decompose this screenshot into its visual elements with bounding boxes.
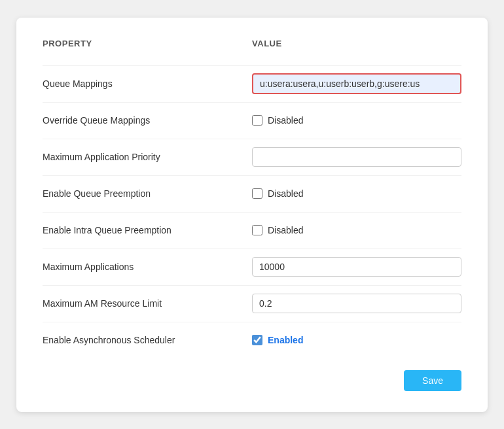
checkbox-text-override-queue-mappings: Disabled bbox=[268, 115, 303, 126]
checkbox-enable-intra-queue-preemption[interactable] bbox=[252, 225, 262, 235]
row-enable-asynchronous-scheduler: Enable Asynchronous SchedulerEnabled bbox=[43, 322, 461, 358]
value-cell-enable-queue-preemption: Disabled bbox=[252, 188, 461, 199]
save-button[interactable]: Save bbox=[404, 370, 461, 391]
row-queue-mappings: Queue Mappings bbox=[43, 65, 461, 102]
save-row: Save bbox=[43, 370, 461, 391]
value-cell-enable-asynchronous-scheduler: Enabled bbox=[252, 335, 461, 345]
row-maximum-applications: Maximum Applications bbox=[43, 249, 461, 285]
checkbox-enable-asynchronous-scheduler[interactable] bbox=[252, 335, 262, 345]
label-queue-mappings: Queue Mappings bbox=[43, 78, 252, 89]
label-enable-queue-preemption: Enable Queue Preemption bbox=[43, 188, 252, 199]
label-maximum-am-resource-limit: Maximum AM Resource Limit bbox=[43, 298, 252, 309]
value-cell-queue-mappings bbox=[252, 73, 461, 94]
rows-container: Queue MappingsOverride Queue MappingsDis… bbox=[43, 65, 461, 358]
checkbox-text-enable-intra-queue-preemption: Disabled bbox=[268, 225, 303, 235]
checkbox-text-enable-asynchronous-scheduler: Enabled bbox=[268, 335, 303, 345]
value-column-header: VALUE bbox=[252, 39, 461, 48]
label-maximum-application-priority: Maximum Application Priority bbox=[43, 152, 252, 162]
label-enable-asynchronous-scheduler: Enable Asynchronous Scheduler bbox=[43, 335, 252, 345]
value-cell-maximum-application-priority bbox=[252, 147, 461, 167]
input-queue-mappings[interactable] bbox=[252, 73, 461, 94]
table-header: PROPERTY VALUE bbox=[43, 39, 461, 54]
row-maximum-application-priority: Maximum Application Priority bbox=[43, 139, 461, 175]
checkbox-label-enable-asynchronous-scheduler[interactable]: Enabled bbox=[252, 335, 303, 345]
checkbox-override-queue-mappings[interactable] bbox=[252, 115, 262, 126]
property-column-header: PROPERTY bbox=[43, 39, 252, 48]
value-cell-maximum-am-resource-limit bbox=[252, 294, 461, 313]
checkbox-label-enable-queue-preemption[interactable]: Disabled bbox=[252, 188, 303, 199]
checkbox-enable-queue-preemption[interactable] bbox=[252, 188, 262, 199]
value-cell-enable-intra-queue-preemption: Disabled bbox=[252, 225, 461, 235]
label-enable-intra-queue-preemption: Enable Intra Queue Preemption bbox=[43, 225, 252, 235]
checkbox-label-override-queue-mappings[interactable]: Disabled bbox=[252, 115, 303, 126]
row-enable-intra-queue-preemption: Enable Intra Queue PreemptionDisabled bbox=[43, 212, 461, 249]
row-maximum-am-resource-limit: Maximum AM Resource Limit bbox=[43, 285, 461, 322]
settings-card: PROPERTY VALUE Queue MappingsOverride Qu… bbox=[16, 18, 488, 412]
input-maximum-am-resource-limit[interactable] bbox=[252, 294, 461, 313]
value-cell-maximum-applications bbox=[252, 257, 461, 277]
input-maximum-application-priority[interactable] bbox=[252, 147, 461, 167]
label-override-queue-mappings: Override Queue Mappings bbox=[43, 115, 252, 126]
row-enable-queue-preemption: Enable Queue PreemptionDisabled bbox=[43, 175, 461, 212]
input-maximum-applications[interactable] bbox=[252, 257, 461, 277]
checkbox-text-enable-queue-preemption: Disabled bbox=[268, 188, 303, 199]
value-cell-override-queue-mappings: Disabled bbox=[252, 115, 461, 126]
label-maximum-applications: Maximum Applications bbox=[43, 262, 252, 272]
checkbox-label-enable-intra-queue-preemption[interactable]: Disabled bbox=[252, 225, 303, 235]
row-override-queue-mappings: Override Queue MappingsDisabled bbox=[43, 102, 461, 139]
